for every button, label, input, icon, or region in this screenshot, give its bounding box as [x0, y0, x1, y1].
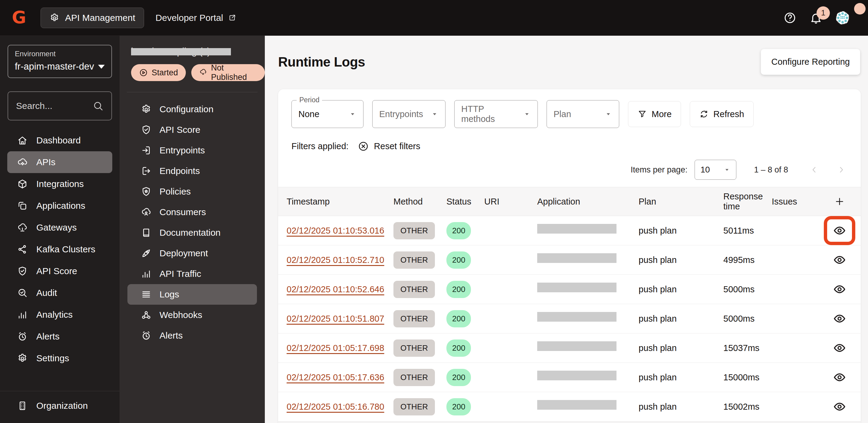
- settings-icon: [17, 353, 28, 364]
- gravitee-logo[interactable]: G: [9, 8, 29, 28]
- eye-icon: [833, 283, 846, 296]
- more-filters-button[interactable]: More: [628, 101, 681, 127]
- sidebar-item-documentation[interactable]: Documentation: [127, 222, 257, 243]
- sidebar-item-consumers[interactable]: Consumers: [127, 202, 257, 222]
- application-redacted: Benoit Test: [537, 371, 617, 384]
- alerts-icon: [17, 331, 28, 342]
- sidebar-item-integrations[interactable]: Integrations: [7, 173, 112, 195]
- api-nav: ConfigurationAPI ScoreEntrypointsEndpoin…: [120, 99, 265, 346]
- avatar[interactable]: [835, 10, 850, 25]
- response-time-cell: 20002ms: [718, 422, 767, 423]
- page-range: 1 – 8 of 8: [754, 165, 788, 174]
- table-row[interactable]: 02/12/2025 01:10:51.807OTHER200Benoit Te…: [278, 304, 861, 333]
- sidebar-item-settings[interactable]: Settings: [7, 347, 112, 369]
- previous-page-icon[interactable]: [809, 165, 819, 174]
- table-row[interactable]: 02/12/2025 01:10:52.646OTHER200Benoit Te…: [278, 275, 861, 304]
- sidebar-item-audit[interactable]: Audit: [7, 282, 112, 304]
- help-icon[interactable]: [783, 11, 797, 25]
- api-name-redacted: benoit sampling (x): [131, 45, 231, 58]
- view-log-button[interactable]: [824, 422, 855, 423]
- uri-cell: [479, 246, 532, 275]
- sidebar-item-apis[interactable]: APIs: [7, 151, 112, 173]
- sidebar-item-analytics[interactable]: Analytics: [7, 304, 112, 326]
- sidebar-item-entrypoints[interactable]: Entrypoints: [127, 140, 257, 161]
- gear-icon: [49, 13, 60, 23]
- filters-applied-row: Filters applied: Reset filters: [278, 128, 861, 152]
- view-log-button[interactable]: [824, 216, 855, 245]
- configure-reporting-button[interactable]: Configure Reporting: [761, 49, 860, 75]
- sidebar-item-applications[interactable]: Applications: [7, 195, 112, 217]
- view-log-button[interactable]: [824, 363, 855, 392]
- timestamp-link[interactable]: 02/12/2025 01:05:17.636: [287, 372, 384, 382]
- method-chip: OTHER: [394, 310, 435, 327]
- sidebar-item-webhooks[interactable]: Webhooks: [127, 305, 257, 325]
- sidebar-item-deployment[interactable]: Deployment: [127, 243, 257, 264]
- reset-filters-button[interactable]: Reset filters: [358, 141, 421, 152]
- table-row[interactable]: 02/12/2025 01:10:53.016OTHER200Benoit Te…: [278, 216, 861, 246]
- sidebar-item-dashboard[interactable]: Dashboard: [7, 130, 112, 151]
- view-log-button[interactable]: [824, 246, 855, 274]
- page-size-select[interactable]: 10: [694, 160, 736, 180]
- method-chip: OTHER: [394, 281, 435, 298]
- table-row[interactable]: 02/12/2025 01:05:13.023OTHER200Benoit Te…: [278, 422, 861, 423]
- environment-select[interactable]: Environment fr-apim-master-dev: [7, 45, 112, 78]
- http-methods-select[interactable]: HTTP methods: [454, 100, 538, 128]
- sidebar-item-policies[interactable]: Policies: [127, 181, 257, 202]
- timestamp-link[interactable]: 02/12/2025 01:05:17.698: [287, 343, 384, 353]
- alerts-icon: [141, 330, 152, 341]
- endpoints-icon: [141, 165, 152, 176]
- status-chip: 200: [446, 281, 471, 298]
- logs-icon: [141, 289, 152, 300]
- sidebar-item-label: Alerts: [36, 331, 60, 341]
- table-row[interactable]: 02/12/2025 01:05:17.698OTHER200Benoit Te…: [278, 333, 861, 363]
- api-management-button[interactable]: API Management: [40, 7, 144, 28]
- entrypoints-select[interactable]: Entrypoints: [372, 100, 445, 128]
- sidebar-item-label: API Score: [159, 125, 200, 135]
- sidebar-item-logs[interactable]: Logs: [127, 284, 257, 305]
- status-chip: 200: [446, 339, 471, 357]
- refresh-button[interactable]: Refresh: [690, 101, 753, 127]
- timestamp-link[interactable]: 02/12/2025 01:10:52.710: [287, 255, 384, 265]
- table-row[interactable]: 02/12/2025 01:05:17.636OTHER200Benoit Te…: [278, 363, 861, 392]
- sidebar-item-api-traffic[interactable]: API Traffic: [127, 264, 257, 284]
- developer-portal-link[interactable]: Developer Portal: [156, 13, 236, 23]
- notifications-bell-icon[interactable]: 1: [809, 11, 823, 25]
- page-title: Runtime Logs: [278, 55, 365, 70]
- application-redacted: Benoit Test: [537, 400, 617, 413]
- timestamp-link[interactable]: 02/12/2025 01:10:51.807: [287, 314, 384, 323]
- view-log-button[interactable]: [824, 304, 855, 333]
- filters-row: Period None EntrypointsHTTP methodsPlan …: [278, 89, 861, 128]
- add-column-icon[interactable]: [834, 196, 845, 207]
- timestamp-link[interactable]: 02/12/2025 01:10:52.646: [287, 285, 384, 294]
- view-log-button[interactable]: [824, 275, 855, 304]
- uri-cell: [479, 333, 532, 363]
- status-chip: 200: [446, 398, 471, 416]
- timestamp-link[interactable]: 02/12/2025 01:10:53.016: [287, 226, 384, 235]
- sidebar-item-alerts[interactable]: Alerts: [127, 325, 257, 346]
- policies-icon: [141, 186, 152, 197]
- sidebar-item-configuration[interactable]: Configuration: [127, 99, 257, 120]
- sidebar-item-gateways[interactable]: Gateways: [7, 217, 112, 238]
- next-page-icon[interactable]: [837, 165, 846, 174]
- uri-cell: [479, 216, 532, 246]
- plan-cell: push plan: [634, 422, 718, 423]
- plan-select[interactable]: Plan: [547, 100, 619, 128]
- sidebar-item-kafka-clusters[interactable]: Kafka Clusters: [7, 238, 112, 260]
- sidebar-item-api-score[interactable]: API Score: [127, 120, 257, 140]
- sidebar-item-endpoints[interactable]: Endpoints: [127, 161, 257, 181]
- issues-cell: [767, 216, 818, 246]
- period-select[interactable]: Period None: [291, 100, 364, 128]
- view-log-button[interactable]: [824, 333, 855, 362]
- sidebar-item-api-score[interactable]: API Score: [7, 260, 112, 282]
- view-log-button[interactable]: [824, 392, 855, 421]
- sidebar-item-alerts[interactable]: Alerts: [7, 326, 112, 347]
- gravitee-g-icon: G: [9, 8, 29, 28]
- sidebar-item-organization[interactable]: Organization: [7, 395, 112, 417]
- method-chip: OTHER: [394, 222, 435, 239]
- table-row[interactable]: 02/12/2025 01:10:52.710OTHER200Benoit Te…: [278, 246, 861, 275]
- table-row[interactable]: 02/12/2025 01:05:16.780OTHER200Benoit Te…: [278, 392, 861, 422]
- redaction-bar: [537, 400, 617, 410]
- sidebar-item-label: Audit: [36, 288, 57, 298]
- search-input[interactable]: Search...: [7, 91, 112, 121]
- timestamp-link[interactable]: 02/12/2025 01:05:16.780: [287, 402, 384, 412]
